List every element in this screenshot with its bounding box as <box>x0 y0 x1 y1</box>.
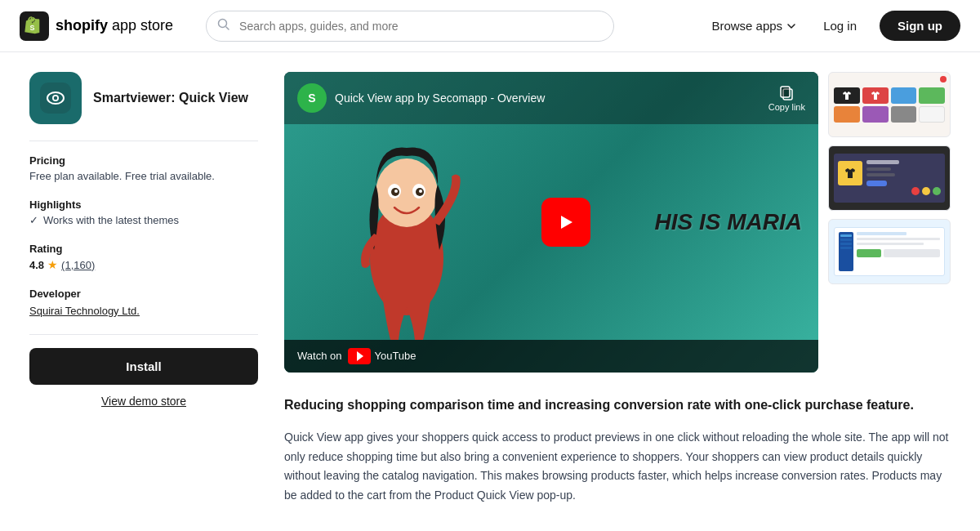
thumbnail-1[interactable] <box>828 72 951 137</box>
main-container: Smartviewer: Quick View Pricing Free pla… <box>16 52 964 525</box>
highlights-label: Highlights <box>29 199 258 211</box>
description-heading: Reducing shopping comparison time and in… <box>284 395 951 415</box>
pricing-section: Pricing Free plan available. Free trial … <box>29 154 258 182</box>
rating-row: 4.8 ★ (1,160) <box>29 258 258 271</box>
pricing-value: Free plan available. Free trial availabl… <box>29 170 258 182</box>
content-area: S Quick View app by Secomapp - Overview … <box>284 72 951 506</box>
rating-count-link[interactable]: (1,160) <box>61 259 95 271</box>
search-icon <box>217 18 230 34</box>
developer-label: Developer <box>29 288 258 300</box>
svg-marker-18 <box>357 351 363 361</box>
svg-point-16 <box>419 190 422 193</box>
video-background: S Quick View app by Secomapp - Overview … <box>284 72 818 373</box>
video-title-bar: S Quick View app by Secomapp - Overview … <box>284 72 818 124</box>
developer-section: Developer Squirai Technology Ltd. <box>29 288 258 318</box>
video-container[interactable]: S Quick View app by Secomapp - Overview … <box>284 72 818 373</box>
pricing-label: Pricing <box>29 154 258 167</box>
svg-rect-8 <box>781 87 790 97</box>
sidebar: Smartviewer: Quick View Pricing Free pla… <box>29 72 258 506</box>
svg-point-10 <box>376 158 438 227</box>
app-identity: Smartviewer: Quick View <box>29 72 258 124</box>
chevron-down-icon <box>786 20 797 32</box>
logo-text: shopify app store <box>56 17 173 34</box>
header-nav: Browse apps Log in Sign up <box>708 11 960 41</box>
copy-icon <box>778 84 795 100</box>
search-input[interactable] <box>206 11 614 42</box>
video-character <box>333 160 480 340</box>
rating-label: Rating <box>29 243 258 255</box>
thumbnails <box>828 72 951 373</box>
app-logo-icon <box>40 83 71 114</box>
logo[interactable]: S shopify app store <box>20 11 173 41</box>
play-icon <box>556 212 576 232</box>
app-icon <box>29 72 82 124</box>
demo-store-link[interactable]: View demo store <box>29 395 258 408</box>
sidebar-divider-2 <box>29 334 258 335</box>
browse-apps-button[interactable]: Browse apps <box>708 12 800 39</box>
star-icon: ★ <box>47 258 58 271</box>
youtube-label: YouTube <box>374 350 416 362</box>
install-button[interactable]: Install <box>29 348 258 385</box>
play-button[interactable] <box>541 198 590 247</box>
svg-text:S: S <box>30 24 35 32</box>
checkmark-icon: ✓ <box>29 214 38 226</box>
watch-on-label: Watch on <box>297 350 341 362</box>
svg-point-15 <box>394 190 398 193</box>
copy-link-button[interactable]: Copy link <box>768 84 805 112</box>
app-name-text: Smartviewer: Quick View <box>93 91 248 105</box>
svg-point-6 <box>54 96 57 100</box>
thumbnail-3[interactable] <box>828 219 951 284</box>
signup-button[interactable]: Sign up <box>880 11 960 41</box>
sidebar-divider <box>29 141 258 141</box>
character-svg <box>333 136 480 340</box>
highlights-section: Highlights ✓ Works with the latest theme… <box>29 199 258 226</box>
youtube-logo: YouTube <box>348 348 416 364</box>
description-body: Quick View app gives your shoppers quick… <box>284 428 951 506</box>
copy-link-label: Copy link <box>768 102 805 112</box>
rating-section: Rating 4.8 ★ (1,160) <box>29 243 258 271</box>
youtube-icon <box>348 348 371 364</box>
description-section: Reducing shopping comparison time and in… <box>284 395 951 506</box>
svg-marker-17 <box>561 216 572 229</box>
highlight-text: Works with the latest themes <box>43 214 179 226</box>
login-button[interactable]: Log in <box>820 12 860 39</box>
video-text-overlay: HIS IS MARIA <box>655 209 802 235</box>
header: S shopify app store Browse apps Log in S… <box>0 0 980 52</box>
svg-point-2 <box>219 19 227 27</box>
search-bar <box>206 11 614 42</box>
shopify-logo-icon: S <box>20 11 49 41</box>
media-row: S Quick View app by Secomapp - Overview … <box>284 72 951 373</box>
video-bottom-bar: Watch on YouTube <box>284 340 818 373</box>
channel-logo: S <box>297 83 327 113</box>
developer-link[interactable]: Squirai Technology Ltd. <box>29 305 140 317</box>
app-title: Smartviewer: Quick View <box>93 90 248 107</box>
highlight-item: ✓ Works with the latest themes <box>29 214 258 226</box>
video-title-text: Quick View app by Secomapp - Overview <box>335 91 760 105</box>
thumbnail-2[interactable] <box>828 145 951 211</box>
rating-value: 4.8 <box>29 259 44 271</box>
